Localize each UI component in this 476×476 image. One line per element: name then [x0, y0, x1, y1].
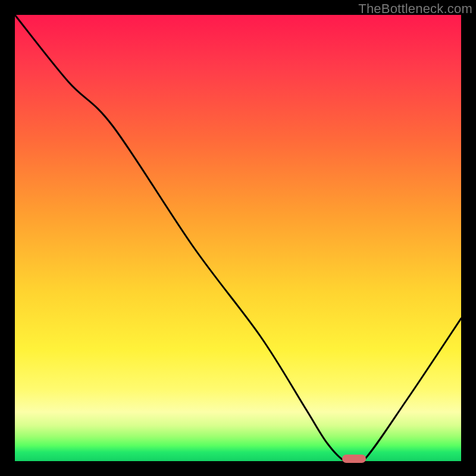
plot-area [15, 15, 461, 461]
chart-frame: TheBottleneck.com [0, 0, 476, 476]
bottleneck-curve [15, 15, 461, 461]
optimal-marker [342, 455, 366, 463]
